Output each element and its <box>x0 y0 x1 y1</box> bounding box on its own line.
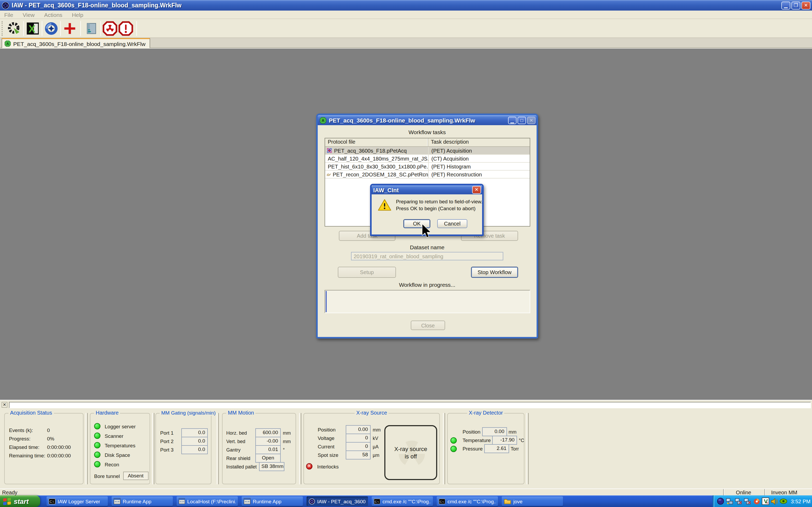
restore-icon[interactable]: ❐ <box>792 1 800 9</box>
dialog-maximize-icon[interactable]: □ <box>517 116 526 124</box>
svg-text:X: X <box>29 23 36 34</box>
panel-splitter[interactable] <box>443 413 445 484</box>
workflow-dialog-titlebar[interactable]: A PET_acq_3600s_F18-online_blood_samplin… <box>318 115 537 125</box>
workflow-tab-icon: A <box>4 40 11 47</box>
taskbar-item-runtime-app-1[interactable]: Runtime App <box>111 496 173 506</box>
table-row[interactable]: AC_half_120_4x4_180ms_275mm_rat_JS... (C… <box>325 155 530 163</box>
dialog-minimize-icon[interactable]: ▁ <box>508 116 516 124</box>
cmd-icon: C:\ <box>374 498 380 504</box>
system-tray: ✕ ✕ Vc 3:52 PM <box>713 495 812 507</box>
confirm-close-icon[interactable]: ✕ <box>472 186 481 194</box>
col-protocol-file[interactable]: Protocol file <box>325 138 428 146</box>
panel-splitter[interactable] <box>526 413 529 484</box>
src-current-label: Current <box>318 444 344 449</box>
tab-workflow[interactable]: A PET_acq_3600s_F18-online_blood_samplin… <box>2 38 150 48</box>
menu-file[interactable]: File <box>4 11 13 18</box>
table-row[interactable]: PET_hist_6x10_8x30_5x300_1x1800.pPe... (… <box>325 163 530 171</box>
stop-workflow-button[interactable]: Stop Workflow <box>471 267 518 278</box>
utility-wheel-icon[interactable] <box>753 498 760 505</box>
toolbar-separator <box>23 21 24 36</box>
mm-gating-title: MM Gating (signals/min) <box>160 410 217 416</box>
src-spot-label: Spot size <box>318 452 344 458</box>
cmd-icon: C:\ <box>439 498 445 504</box>
taskbar-item-iaw-active[interactable]: IAW - PET_acq_3600... <box>307 496 368 506</box>
toolbar-separator <box>60 21 61 36</box>
close-icon[interactable]: ✕ <box>801 1 810 9</box>
folder-icon <box>504 498 511 504</box>
blue-sphere-icon[interactable] <box>717 498 724 505</box>
taskbar-item-cmd-2[interactable]: C:\ cmd.exe /c ""C:\Prog... <box>437 496 498 506</box>
bore-tunnel-value: Absent <box>123 471 148 480</box>
app-window-icon <box>114 498 120 504</box>
panel-splitter[interactable] <box>152 413 154 484</box>
taskbar-item-cmd-1[interactable]: C:\ cmd.exe /c ""C:\Prog... <box>372 496 433 506</box>
warning-icon <box>377 199 392 211</box>
menu-view[interactable]: View <box>23 11 35 18</box>
progress-value: 0% <box>47 436 81 442</box>
network-computers-icon[interactable] <box>726 498 733 505</box>
workflow-progress-label: Workflow in progress... <box>318 281 537 288</box>
network-disconnected-icon[interactable]: ✕ <box>735 498 742 505</box>
taskbar-clock[interactable]: 3:52 PM <box>791 498 811 504</box>
statusbar-system: Inveon MM <box>764 489 804 496</box>
taskbar-item-runtime-app-2[interactable]: Runtime App <box>242 496 303 506</box>
panel-splitter[interactable] <box>217 413 219 484</box>
confirm-dialog-title: IAW_CInt <box>373 187 399 193</box>
led-green-icon <box>94 442 100 448</box>
start-label: start <box>14 497 29 505</box>
dataset-name-input[interactable] <box>351 252 503 260</box>
minimize-icon[interactable]: ▁ <box>781 1 790 9</box>
vnc-server-icon[interactable]: Vc <box>762 498 769 505</box>
taskbar-item-localhost[interactable]: LocalHost (F:\Preclini... <box>176 496 238 506</box>
menubar: File View Actions Help <box>0 11 812 19</box>
cancel-button[interactable]: Cancel <box>437 219 467 228</box>
xray-stop-octagon-icon[interactable] <box>102 20 118 36</box>
confirm-dialog-titlebar[interactable]: IAW_CInt ✕ <box>372 185 482 194</box>
panel-close-icon[interactable]: ✕ <box>2 402 7 408</box>
port3-label: Port 3 <box>160 447 181 453</box>
toolbar-separator <box>80 21 81 36</box>
add-task-cross-icon[interactable] <box>62 20 78 36</box>
horz-bed-label: Horz. bed <box>226 430 253 436</box>
toolbar-drag-handle[interactable] <box>2 21 4 36</box>
svg-text:✕: ✕ <box>748 500 751 505</box>
window-titlebar[interactable]: IAW - PET_acq_3600s_F18-online_blood_sam… <box>0 0 812 11</box>
svg-text:A: A <box>6 42 9 46</box>
panel-filter-strip[interactable] <box>9 402 811 408</box>
app-window-icon <box>244 498 251 504</box>
network-disconnected-icon[interactable]: ✕ <box>744 498 751 505</box>
taskbar-item-jove[interactable]: jove <box>502 496 563 506</box>
dialog-close-icon-disabled[interactable]: ✕ <box>527 116 536 124</box>
xray-off-line1: X-ray source <box>394 446 427 452</box>
elapsed-label: Elapsed time: <box>9 444 47 450</box>
table-row[interactable]: PET_recon_2DOSEM_128_SC.pPetRcn (PET) Re… <box>325 171 530 178</box>
dock-panel-icon[interactable] <box>84 20 99 36</box>
confirm-message-line2: Press OK to begin (Cancel to abort) <box>396 206 475 211</box>
xray-source-title: X-ray Source <box>355 410 389 416</box>
nvidia-settings-icon[interactable] <box>780 498 787 505</box>
export-excel-icon[interactable]: X <box>25 20 41 36</box>
det-temperature-value: -17.90 <box>493 436 517 445</box>
toolbar: X <box>0 19 812 38</box>
menu-help[interactable]: Help <box>72 11 83 18</box>
workflow-status-gauge-icon[interactable] <box>6 20 22 36</box>
emergency-stop-octagon-icon[interactable] <box>118 20 134 36</box>
start-button[interactable]: start <box>0 495 40 507</box>
col-task-description[interactable]: Task description <box>428 138 530 146</box>
src-position-label: Position <box>318 427 344 433</box>
table-row[interactable]: PET_acq_3600s_F18.pPetAcq (PET) Acquisit… <box>325 147 530 155</box>
panel-splitter[interactable] <box>86 413 88 484</box>
bore-tunnel-label: Bore tunnel <box>94 473 120 479</box>
interlocks-label: Interlocks <box>317 463 339 469</box>
rat-icon <box>326 171 331 177</box>
setup-button[interactable]: Setup <box>338 267 396 278</box>
taskbar-item-logger-server[interactable]: C:\ IAW Logger Server <box>47 496 108 506</box>
menu-actions[interactable]: Actions <box>44 11 62 18</box>
port2-label: Port 2 <box>160 438 181 444</box>
det-pressure-label: Pressure <box>463 446 483 452</box>
close-button[interactable]: Close <box>411 321 445 330</box>
led-green-icon <box>94 452 100 458</box>
panel-splitter[interactable] <box>299 413 301 484</box>
motion-control-compass-icon[interactable] <box>43 20 59 36</box>
volume-speaker-icon[interactable] <box>771 498 778 505</box>
